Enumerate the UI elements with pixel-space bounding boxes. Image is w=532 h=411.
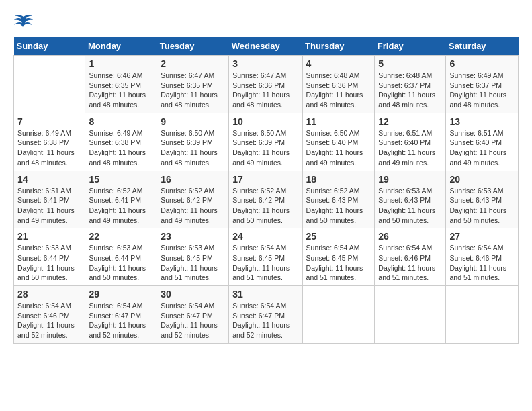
day-info: Sunrise: 6:52 AMSunset: 6:41 PMDaylight:… [89,186,153,226]
weekday-header: Saturday [446,37,519,56]
day-info: Sunrise: 6:53 AMSunset: 6:43 PMDaylight:… [449,186,515,226]
weekday-header: Wednesday [229,37,302,56]
calendar-cell: 5Sunrise: 6:48 AMSunset: 6:37 PMDaylight… [375,56,446,113]
day-info: Sunrise: 6:51 AMSunset: 6:40 PMDaylight:… [449,128,515,168]
day-info: Sunrise: 6:50 AMSunset: 6:39 PMDaylight:… [232,128,298,168]
calendar-cell: 24Sunrise: 6:54 AMSunset: 6:45 PMDayligh… [229,228,302,286]
day-number: 15 [89,174,153,185]
calendar-cell: 13Sunrise: 6:51 AMSunset: 6:40 PMDayligh… [446,113,519,171]
day-info: Sunrise: 6:48 AMSunset: 6:37 PMDaylight:… [378,71,442,110]
day-number: 22 [89,231,153,242]
calendar-cell: 28Sunrise: 6:54 AMSunset: 6:46 PMDayligh… [14,286,85,344]
day-number: 28 [17,289,81,300]
day-number: 24 [232,231,298,242]
day-number: 18 [306,174,371,185]
calendar-cell: 25Sunrise: 6:54 AMSunset: 6:45 PMDayligh… [302,228,375,286]
day-number: 1 [89,58,153,69]
calendar-cell: 1Sunrise: 6:46 AMSunset: 6:35 PMDaylight… [85,56,157,113]
day-info: Sunrise: 6:49 AMSunset: 6:37 PMDaylight:… [449,71,515,110]
calendar-cell: 17Sunrise: 6:52 AMSunset: 6:42 PMDayligh… [229,171,302,228]
day-number: 11 [306,116,371,127]
calendar-cell [302,286,375,344]
day-number: 20 [449,174,515,185]
calendar-cell: 9Sunrise: 6:50 AMSunset: 6:39 PMDaylight… [157,113,229,171]
calendar-cell: 6Sunrise: 6:49 AMSunset: 6:37 PMDaylight… [446,56,519,113]
day-info: Sunrise: 6:47 AMSunset: 6:36 PMDaylight:… [232,71,298,110]
day-number: 3 [232,58,298,69]
calendar-cell: 2Sunrise: 6:47 AMSunset: 6:35 PMDaylight… [157,56,229,113]
calendar-cell [375,286,446,344]
calendar-table: SundayMondayTuesdayWednesdayThursdayFrid… [13,37,519,344]
calendar-cell: 14Sunrise: 6:51 AMSunset: 6:41 PMDayligh… [14,171,85,228]
day-number: 12 [378,116,442,127]
day-number: 23 [161,231,225,242]
day-info: Sunrise: 6:51 AMSunset: 6:40 PMDaylight:… [378,128,442,168]
day-info: Sunrise: 6:46 AMSunset: 6:35 PMDaylight:… [89,71,153,110]
day-info: Sunrise: 6:52 AMSunset: 6:42 PMDaylight:… [232,186,298,226]
weekday-header: Friday [375,37,446,56]
day-info: Sunrise: 6:54 AMSunset: 6:45 PMDaylight:… [232,243,298,283]
day-info: Sunrise: 6:54 AMSunset: 6:46 PMDaylight:… [449,243,515,283]
day-info: Sunrise: 6:53 AMSunset: 6:43 PMDaylight:… [378,186,442,226]
day-number: 25 [306,231,371,242]
day-info: Sunrise: 6:49 AMSunset: 6:38 PMDaylight:… [17,128,81,168]
calendar-cell [446,286,519,344]
calendar-cell: 7Sunrise: 6:49 AMSunset: 6:38 PMDaylight… [14,113,85,171]
day-info: Sunrise: 6:54 AMSunset: 6:47 PMDaylight:… [89,301,153,340]
day-number: 2 [161,58,225,69]
calendar-cell: 16Sunrise: 6:52 AMSunset: 6:42 PMDayligh… [157,171,229,228]
day-number: 16 [161,174,225,185]
day-number: 17 [232,174,298,185]
day-number: 19 [378,174,442,185]
day-info: Sunrise: 6:50 AMSunset: 6:40 PMDaylight:… [306,128,371,168]
calendar-cell: 11Sunrise: 6:50 AMSunset: 6:40 PMDayligh… [302,113,375,171]
calendar-cell: 3Sunrise: 6:47 AMSunset: 6:36 PMDaylight… [229,56,302,113]
weekday-header: Tuesday [157,37,229,56]
weekday-header: Monday [85,37,157,56]
day-info: Sunrise: 6:49 AMSunset: 6:38 PMDaylight:… [89,128,153,168]
day-number: 31 [232,289,298,300]
day-info: Sunrise: 6:54 AMSunset: 6:46 PMDaylight:… [17,301,81,340]
day-number: 27 [449,231,515,242]
day-info: Sunrise: 6:54 AMSunset: 6:45 PMDaylight:… [306,243,371,283]
day-number: 6 [449,58,515,69]
day-info: Sunrise: 6:53 AMSunset: 6:45 PMDaylight:… [161,243,225,283]
calendar-cell: 10Sunrise: 6:50 AMSunset: 6:39 PMDayligh… [229,113,302,171]
calendar-cell: 4Sunrise: 6:48 AMSunset: 6:36 PMDaylight… [302,56,375,113]
day-info: Sunrise: 6:54 AMSunset: 6:47 PMDaylight:… [161,301,225,340]
day-number: 14 [17,174,81,185]
calendar-week-row: 28Sunrise: 6:54 AMSunset: 6:46 PMDayligh… [14,286,519,344]
page-header [13,13,519,30]
day-number: 30 [161,289,225,300]
calendar-cell: 20Sunrise: 6:53 AMSunset: 6:43 PMDayligh… [446,171,519,228]
logo [13,13,36,30]
day-number: 13 [449,116,515,127]
calendar-week-row: 7Sunrise: 6:49 AMSunset: 6:38 PMDaylight… [14,113,519,171]
calendar-header-row: SundayMondayTuesdayWednesdayThursdayFrid… [14,37,519,56]
calendar-week-row: 21Sunrise: 6:53 AMSunset: 6:44 PMDayligh… [14,228,519,286]
calendar-cell: 15Sunrise: 6:52 AMSunset: 6:41 PMDayligh… [85,171,157,228]
day-number: 29 [89,289,153,300]
day-number: 5 [378,58,442,69]
calendar-cell: 23Sunrise: 6:53 AMSunset: 6:45 PMDayligh… [157,228,229,286]
calendar-cell: 12Sunrise: 6:51 AMSunset: 6:40 PMDayligh… [375,113,446,171]
calendar-cell: 27Sunrise: 6:54 AMSunset: 6:46 PMDayligh… [446,228,519,286]
day-number: 7 [17,116,81,127]
calendar-cell: 29Sunrise: 6:54 AMSunset: 6:47 PMDayligh… [85,286,157,344]
calendar-cell: 21Sunrise: 6:53 AMSunset: 6:44 PMDayligh… [14,228,85,286]
logo-icon [13,13,34,30]
calendar-body: 1Sunrise: 6:46 AMSunset: 6:35 PMDaylight… [14,56,519,344]
day-info: Sunrise: 6:51 AMSunset: 6:41 PMDaylight:… [17,186,81,226]
calendar-cell: 19Sunrise: 6:53 AMSunset: 6:43 PMDayligh… [375,171,446,228]
day-info: Sunrise: 6:52 AMSunset: 6:43 PMDaylight:… [306,186,371,226]
weekday-header: Sunday [14,37,85,56]
day-number: 26 [378,231,442,242]
day-info: Sunrise: 6:52 AMSunset: 6:42 PMDaylight:… [161,186,225,226]
day-info: Sunrise: 6:54 AMSunset: 6:46 PMDaylight:… [378,243,442,283]
day-info: Sunrise: 6:47 AMSunset: 6:35 PMDaylight:… [161,71,225,110]
calendar-cell: 30Sunrise: 6:54 AMSunset: 6:47 PMDayligh… [157,286,229,344]
weekday-header: Thursday [302,37,375,56]
day-number: 9 [161,116,225,127]
day-info: Sunrise: 6:53 AMSunset: 6:44 PMDaylight:… [17,243,81,283]
day-number: 4 [306,58,371,69]
